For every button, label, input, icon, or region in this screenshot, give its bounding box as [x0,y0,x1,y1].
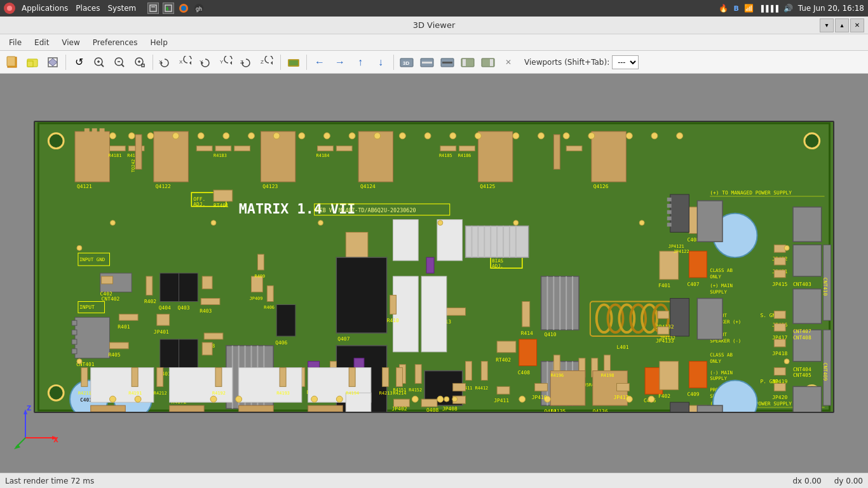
svg-rect-294 [793,245,822,276]
toolbar-arrow-up[interactable]: ↑ [351,53,370,71]
menu-edit[interactable]: Edit [28,36,55,49]
svg-text:R4412: R4412 [475,386,488,391]
svg-text:JP408: JP408 [442,406,458,412]
toolbar-new[interactable] [3,53,22,71]
toolbar-zoom-fit[interactable] [130,53,149,71]
toolbar-zoom-in[interactable] [90,53,109,71]
places-menu[interactable]: Places [76,4,100,13]
toolbar-view-top[interactable] [417,53,437,71]
svg-rect-124 [179,273,198,302]
toolbar-rotate-z-cw[interactable]: Z [238,53,257,71]
applications-menu[interactable]: Applications [22,4,68,13]
svg-point-401 [109,396,116,402]
launcher-firefox[interactable] [178,3,189,14]
svg-rect-258 [667,204,672,208]
toolbar-rotate-y-cw[interactable]: Y [197,53,216,71]
svg-point-394 [513,133,519,139]
svg-text:3D: 3D [403,60,409,66]
svg-text:Q410: Q410 [544,332,556,337]
svg-point-386 [299,133,305,139]
svg-rect-286 [774,257,785,265]
toolbar-arrow-down[interactable]: ↓ [371,53,390,71]
status-coordinates: dx 0.00 dy 0.00 [792,477,863,485]
launcher-github[interactable]: gh [193,3,205,14]
launcher-files[interactable] [147,3,159,14]
svg-text:C408: C408 [518,370,530,376]
toolbar-view-left[interactable]: ✕ [499,53,518,71]
svg-text:(-) MAIN: (-) MAIN [710,370,733,376]
svg-line-19 [101,64,104,67]
svg-rect-89 [553,135,560,170]
svg-text:Y: Y [220,59,224,65]
toolbar-refresh[interactable]: ↺ [69,53,88,71]
svg-text:JP4122: JP4122 [674,249,689,254]
toolbar-flip-board[interactable] [284,53,303,71]
menu-preferences[interactable]: Preferences [86,36,144,49]
svg-rect-50 [490,59,493,66]
svg-rect-13 [27,61,33,67]
svg-rect-256 [670,402,689,412]
svg-text:INPUT: INPUT [79,304,95,310]
window-close[interactable]: ✕ [850,18,864,32]
svg-rect-78 [196,146,212,151]
svg-rect-184 [519,339,537,366]
launcher-terminal[interactable]: $ [163,3,174,14]
viewport-select[interactable]: --- [612,55,639,69]
svg-rect-190 [522,302,530,327]
toolbar-arrow-right[interactable]: → [330,53,349,71]
system-logo[interactable] [4,3,15,14]
svg-rect-417 [616,383,629,391]
toolbar-view-back[interactable] [478,53,498,71]
svg-rect-352 [132,368,138,387]
toolbar-rotate-z-ccw[interactable]: Z [258,53,277,71]
window-minimize[interactable]: ▾ [820,18,834,32]
svg-point-391 [424,133,431,139]
svg-text:JP411: JP411 [494,398,509,403]
toolbar-rotate-x-ccw[interactable]: X [177,53,196,71]
svg-rect-142 [202,342,212,355]
main-3d-area[interactable]: Q4121 Q4122 Q4123 Q4124 Q4125 [0,74,868,473]
toolbar-rotate-y-ccw[interactable]: Y [217,53,236,71]
svg-text:INPUT GND: INPUT GND [79,257,105,262]
svg-point-396 [563,133,569,139]
toolbar-view-3d[interactable]: 3D [397,53,416,71]
svg-text:Q408: Q408 [426,407,438,412]
toolbar-sep-4 [306,55,307,70]
svg-rect-110 [72,330,77,335]
svg-rect-121 [157,314,170,325]
fire-icon: 🔥 [719,4,728,13]
svg-text:JP420: JP420 [772,395,787,400]
toolbar-arrow-left[interactable]: ← [310,53,329,71]
toolbar-3d-toggle[interactable] [43,53,62,71]
svg-rect-123 [160,273,179,302]
svg-rect-228 [421,399,437,407]
svg-rect-344 [91,405,126,412]
svg-point-381 [173,133,179,139]
svg-point-389 [374,133,381,139]
menu-view[interactable]: View [55,36,86,49]
system-bar-left: Applications Places System $ gh [4,3,205,14]
toolbar-rotate-x-cw[interactable]: X [156,53,175,71]
menu-file[interactable]: File [3,36,28,49]
svg-text:R414: R414 [521,330,533,336]
svg-point-376 [513,220,519,226]
svg-point-380 [147,133,154,139]
pcb-container: Q4121 Q4122 Q4123 Q4124 Q4125 [32,80,836,454]
toolbar-open[interactable] [23,53,42,71]
svg-text:ONLY: ONLY [710,274,721,280]
svg-text:R403: R403 [200,308,212,314]
toolbar-view-bottom[interactable] [438,53,457,71]
svg-point-393 [475,133,481,139]
toolbar-zoom-out[interactable] [110,53,129,71]
system-menu-item[interactable]: System [107,4,136,13]
svg-rect-321 [658,327,669,334]
svg-rect-57 [75,132,110,182]
svg-rect-419 [390,295,397,315]
menu-help[interactable]: Help [144,36,173,49]
svg-text:R405: R405 [108,352,120,358]
svg-text:JP415: JP415 [772,281,787,287]
window-maximize[interactable]: ▴ [835,18,849,32]
svg-point-395 [538,133,545,139]
toolbar-view-front[interactable] [458,53,477,71]
pcb-board[interactable]: Q4121 Q4122 Q4123 Q4124 Q4125 [34,121,834,413]
